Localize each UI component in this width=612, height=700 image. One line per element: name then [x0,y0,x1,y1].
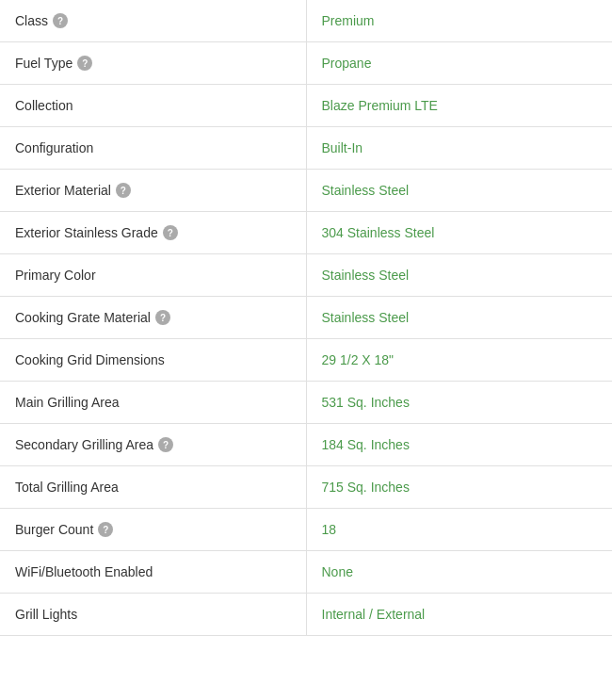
value-cell: Stainless Steel [306,254,612,297]
row-label: Collection [15,98,72,113]
value-cell: 531 Sq. Inches [306,382,612,424]
label-cell: Main Grilling Area [0,382,306,424]
label-cell: Exterior Material? [0,170,306,212]
row-label: Cooking Grid Dimensions [15,352,165,367]
value-cell: Internal / External [306,594,612,636]
value-cell: Blaze Premium LTE [306,85,612,127]
label-cell: Grill Lights [0,594,306,636]
value-cell: 29 1/2 X 18" [306,339,612,382]
table-row: Class?Premium [0,0,612,42]
value-cell: Premium [306,0,612,42]
help-icon[interactable]: ? [155,310,170,325]
label-cell: Cooking Grid Dimensions [0,339,306,382]
value-cell: Stainless Steel [306,297,612,339]
row-label: Secondary Grilling Area [15,437,153,452]
value-cell: Built-In [306,127,612,170]
value-cell: 715 Sq. Inches [306,466,612,509]
table-row: Exterior Material?Stainless Steel [0,170,612,212]
table-row: WiFi/Bluetooth EnabledNone [0,551,612,594]
row-label: Total Grilling Area [15,480,119,495]
row-label: Cooking Grate Material [15,310,151,325]
value-cell: None [306,551,612,594]
label-cell: Exterior Stainless Grade? [0,212,306,254]
value-cell: 18 [306,509,612,551]
table-row: Burger Count?18 [0,509,612,551]
table-row: Primary ColorStainless Steel [0,254,612,297]
value-cell: Propane [306,42,612,85]
help-icon[interactable]: ? [98,522,113,537]
row-label: Exterior Stainless Grade [15,225,158,240]
row-label: Class [15,13,48,28]
table-row: Fuel Type?Propane [0,42,612,85]
label-cell: Cooking Grate Material? [0,297,306,339]
specs-table: Class?PremiumFuel Type?PropaneCollection… [0,0,612,636]
label-cell: Configuration [0,127,306,170]
value-cell: 184 Sq. Inches [306,424,612,466]
label-cell: Fuel Type? [0,42,306,85]
row-label: Grill Lights [15,607,77,622]
table-row: Cooking Grate Material?Stainless Steel [0,297,612,339]
help-icon[interactable]: ? [158,437,173,452]
row-label: Configuration [15,140,93,155]
label-cell: Class? [0,0,306,42]
table-row: Grill LightsInternal / External [0,594,612,636]
row-label: Exterior Material [15,183,111,198]
help-icon[interactable]: ? [116,183,131,198]
row-label: Burger Count [15,522,93,537]
label-cell: Secondary Grilling Area? [0,424,306,466]
value-cell: 304 Stainless Steel [306,212,612,254]
table-row: CollectionBlaze Premium LTE [0,85,612,127]
row-label: Main Grilling Area [15,395,120,410]
help-icon[interactable]: ? [53,13,68,28]
row-label: Primary Color [15,268,96,283]
table-row: Total Grilling Area715 Sq. Inches [0,466,612,509]
table-row: Secondary Grilling Area?184 Sq. Inches [0,424,612,466]
help-icon[interactable]: ? [163,225,178,240]
label-cell: Collection [0,85,306,127]
row-label: Fuel Type [15,56,72,71]
label-cell: WiFi/Bluetooth Enabled [0,551,306,594]
label-cell: Primary Color [0,254,306,297]
table-row: Exterior Stainless Grade?304 Stainless S… [0,212,612,254]
table-row: Main Grilling Area531 Sq. Inches [0,382,612,424]
value-cell: Stainless Steel [306,170,612,212]
help-icon[interactable]: ? [77,56,92,71]
label-cell: Burger Count? [0,509,306,551]
row-label: WiFi/Bluetooth Enabled [15,564,153,579]
table-row: Cooking Grid Dimensions29 1/2 X 18" [0,339,612,382]
label-cell: Total Grilling Area [0,466,306,509]
table-row: ConfigurationBuilt-In [0,127,612,170]
